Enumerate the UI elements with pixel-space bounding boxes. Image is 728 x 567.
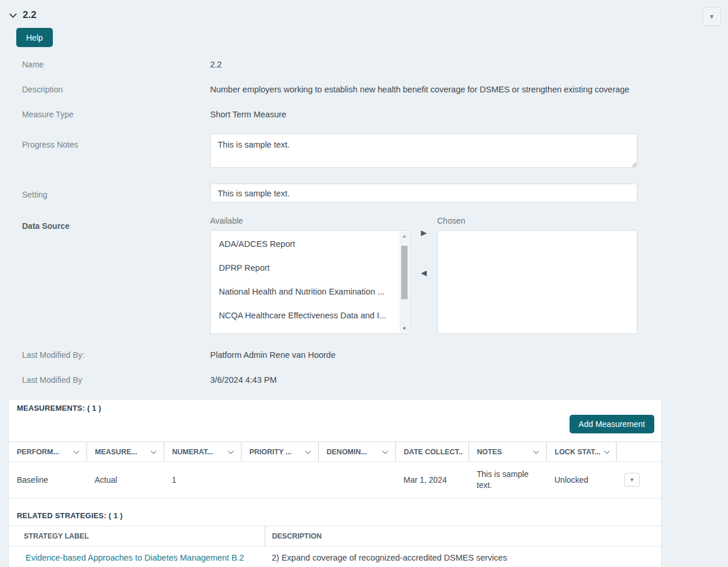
last-modified-date-value: 3/6/2024 4:43 PM bbox=[210, 374, 637, 387]
chevron-down-icon[interactable] bbox=[305, 448, 311, 454]
page-title: 2.2 bbox=[23, 9, 37, 21]
measure-type-value: Short Term Measure bbox=[210, 109, 637, 121]
available-item[interactable]: ADA/ADCES Report bbox=[211, 232, 410, 256]
related-strategies-table: STRATEGY LABEL DESCRIPTION Evidence-base… bbox=[9, 526, 662, 567]
more-options-button[interactable]: ▼ bbox=[702, 7, 721, 26]
measure-detail-page: 2.2 ▼ Help Name 2.2 Description Number e… bbox=[0, 0, 728, 567]
cell-actions: ▼ bbox=[616, 462, 662, 498]
column-header-notes[interactable]: NOTES bbox=[468, 442, 546, 462]
cell-priority bbox=[241, 462, 318, 498]
cell-lock-status: Unlocked bbox=[546, 462, 616, 498]
strategy-description: 2) Expand coverage of recognized-accredi… bbox=[265, 546, 662, 567]
measurement-row: Baseline Actual 1 Mar 1, 2024 This is sa… bbox=[9, 462, 662, 498]
available-item[interactable]: National Health and Nutrition Examinatio… bbox=[211, 280, 410, 304]
column-header-date-collected[interactable]: DATE COLLECT... bbox=[395, 442, 468, 462]
measurements-title: MEASUREMENTS: ( 1 ) bbox=[9, 400, 661, 412]
data-source-duallist: Available ADA/ADCES Report DPRP Report N… bbox=[210, 215, 637, 334]
measurements-table: PERFORM... MEASURE... NUMERAT... PRIORIT… bbox=[9, 442, 662, 498]
setting-input[interactable] bbox=[210, 184, 637, 203]
cell-numerator: 1 bbox=[164, 462, 241, 498]
column-header-actions bbox=[616, 442, 662, 462]
add-measurement-button[interactable]: Add Measurement bbox=[570, 415, 654, 433]
chevron-down-icon: ▼ bbox=[709, 13, 715, 20]
last-modified-date-label: Last Modified By bbox=[0, 374, 210, 387]
field-description: Description Number employers working to … bbox=[0, 84, 728, 96]
scrollbar-thumb[interactable] bbox=[401, 246, 408, 299]
data-source-label: Data Source bbox=[0, 215, 210, 334]
strategies-header-row: STRATEGY LABEL DESCRIPTION bbox=[9, 526, 662, 546]
last-modified-by-value: Platform Admin Rene van Hoorde bbox=[210, 349, 637, 362]
move-left-icon[interactable]: ◀ bbox=[421, 269, 427, 277]
description-value: Number employers working to establish ne… bbox=[210, 84, 637, 96]
cell-performance: Baseline bbox=[9, 462, 87, 498]
available-listbox[interactable]: ADA/ADCES Report DPRP Report National He… bbox=[210, 230, 410, 334]
column-header-denominator[interactable]: DENOMIN... bbox=[318, 442, 395, 462]
progress-notes-label: Progress Notes bbox=[0, 134, 210, 171]
name-value: 2.2 bbox=[210, 59, 637, 71]
field-name: Name 2.2 bbox=[0, 59, 728, 71]
chosen-listbox[interactable] bbox=[437, 230, 637, 334]
cell-date-collected: Mar 1, 2024 bbox=[395, 462, 468, 498]
field-last-modified-date: Last Modified By 3/6/2024 4:43 PM bbox=[0, 374, 728, 387]
chevron-down-icon[interactable] bbox=[604, 448, 610, 454]
setting-label: Setting bbox=[0, 184, 210, 203]
column-header-priority[interactable]: PRIORITY ... bbox=[241, 442, 318, 462]
column-header-lock-status[interactable]: LOCK STAT... bbox=[546, 442, 616, 462]
available-item[interactable]: DPRP Report bbox=[211, 256, 410, 280]
scroll-down-icon[interactable]: ▼ bbox=[399, 324, 409, 333]
field-last-modified-by: Last Modified By: Platform Admin Rene va… bbox=[0, 349, 728, 362]
field-data-source: Data Source Available ADA/ADCES Report D… bbox=[0, 215, 728, 334]
chevron-down-icon[interactable] bbox=[228, 448, 233, 454]
scroll-up-icon[interactable]: ▲ bbox=[399, 231, 409, 241]
chevron-down-icon[interactable] bbox=[73, 448, 79, 454]
column-header-measure[interactable]: MEASURE... bbox=[87, 442, 164, 462]
field-setting: Setting bbox=[0, 184, 728, 203]
measure-form: Name 2.2 Description Number employers wo… bbox=[0, 59, 728, 387]
column-header-numerator[interactable]: NUMERAT... bbox=[164, 442, 241, 462]
field-progress-notes: Progress Notes This is sample text. bbox=[0, 134, 728, 171]
list-scrollbar[interactable]: ▲ ▼ bbox=[399, 231, 409, 333]
column-header-description: DESCRIPTION bbox=[265, 526, 662, 546]
move-right-icon[interactable]: ▶ bbox=[421, 229, 427, 236]
progress-notes-textarea[interactable]: This is sample text. bbox=[210, 134, 637, 168]
measurements-header-row: PERFORM... MEASURE... NUMERAT... PRIORIT… bbox=[9, 442, 662, 462]
cell-measure: Actual bbox=[87, 462, 164, 498]
field-measure-type: Measure Type Short Term Measure bbox=[0, 109, 728, 121]
available-item[interactable]: NCQA Healthcare Effectiveness Data and I… bbox=[211, 304, 410, 328]
strategy-row: Evidence-based Approaches to Diabetes Ma… bbox=[9, 546, 662, 567]
chevron-down-icon[interactable] bbox=[382, 448, 388, 454]
name-label: Name bbox=[0, 59, 210, 71]
last-modified-by-label: Last Modified By: bbox=[0, 349, 210, 362]
chevron-down-icon[interactable] bbox=[150, 448, 156, 454]
chevron-down-icon: ▼ bbox=[629, 475, 635, 486]
collapse-chevron-icon[interactable] bbox=[9, 10, 17, 18]
measure-type-label: Measure Type bbox=[0, 109, 210, 121]
row-menu-button[interactable]: ▼ bbox=[624, 473, 640, 487]
cell-denominator bbox=[318, 462, 395, 498]
chevron-down-icon[interactable] bbox=[533, 448, 539, 454]
available-caption: Available bbox=[210, 215, 410, 227]
cell-notes: This is sample text. bbox=[468, 462, 546, 498]
column-header-strategy-label: STRATEGY LABEL bbox=[9, 526, 265, 546]
header: 2.2 bbox=[0, 0, 728, 21]
description-label: Description bbox=[0, 84, 210, 96]
chosen-caption: Chosen bbox=[437, 215, 637, 227]
strategy-link[interactable]: Evidence-based Approaches to Diabetes Ma… bbox=[26, 553, 244, 562]
measurements-panel: MEASUREMENTS: ( 1 ) Add Measurement PERF… bbox=[8, 399, 662, 567]
column-header-performance[interactable]: PERFORM... bbox=[9, 442, 87, 462]
help-button[interactable]: Help bbox=[16, 28, 53, 47]
related-strategies-title: RELATED STRATEGIES: ( 1 ) bbox=[9, 506, 661, 526]
